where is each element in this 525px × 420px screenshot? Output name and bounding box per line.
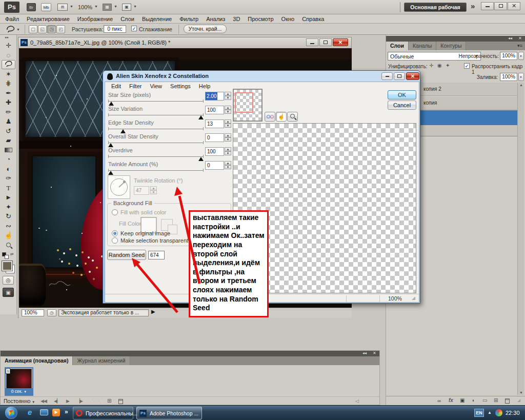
lasso-tool[interactable] bbox=[2, 60, 15, 69]
slider-track[interactable] bbox=[108, 115, 204, 115]
orbit-3d-tool[interactable]: ∾ bbox=[2, 222, 15, 231]
preview-zoom-button[interactable] bbox=[287, 112, 298, 122]
screen-mode-icon[interactable]: ▣ bbox=[122, 4, 131, 11]
dock-close-icon[interactable]: ✕ bbox=[518, 36, 522, 41]
document-zoom-field[interactable]: 100% bbox=[22, 309, 44, 316]
path-selection-tool[interactable]: ▶ bbox=[2, 193, 15, 202]
tab-measurement-log[interactable]: Журнал измерений bbox=[73, 356, 130, 365]
crop-tool[interactable]: ⋕ bbox=[2, 79, 15, 88]
delete-layer-icon[interactable] bbox=[505, 398, 510, 404]
magic-wand-tool[interactable]: ✶ bbox=[2, 70, 15, 79]
menu-image[interactable]: Изображение bbox=[77, 16, 113, 22]
slider-thumb[interactable] bbox=[108, 143, 113, 147]
menu-help[interactable]: Справка bbox=[302, 16, 324, 22]
slider-spinner[interactable]: ▲▼ bbox=[225, 133, 231, 142]
dialog-zoom-level[interactable]: 100% bbox=[388, 295, 402, 302]
gradient-tool[interactable] bbox=[2, 146, 15, 155]
twinkle-rotation-dial[interactable] bbox=[108, 175, 130, 199]
slider-thumb[interactable] bbox=[109, 102, 114, 106]
dialog-menu-filter[interactable]: Filter bbox=[129, 83, 142, 91]
slider-thumb[interactable] bbox=[198, 157, 204, 161]
minibridge-button[interactable]: Mb bbox=[41, 3, 51, 11]
panel-menu-icon[interactable]: ▾≡ bbox=[517, 43, 522, 48]
panel-collapse-icon[interactable]: ◂◂ bbox=[362, 351, 367, 355]
screen-mode-button[interactable]: ▣ bbox=[3, 288, 14, 297]
slider-value-field[interactable]: 13 bbox=[205, 119, 224, 128]
task-button-photoshop[interactable]: Ps Adobe Photoshop ... bbox=[136, 407, 202, 419]
tab-paths[interactable]: Контуры bbox=[436, 42, 466, 50]
radio-selection-transparent[interactable] bbox=[112, 237, 118, 244]
zoom-tool[interactable] bbox=[2, 241, 15, 250]
blur-tool[interactable]: ◔ bbox=[2, 155, 15, 164]
preview-compare-button[interactable] bbox=[265, 112, 275, 122]
menu-analysis[interactable]: Анализ bbox=[206, 16, 225, 22]
tray-expand-icon[interactable]: ▲ bbox=[488, 410, 492, 415]
propagate-checkbox[interactable]: ✓ bbox=[464, 63, 470, 69]
layer-mask-icon[interactable]: ▣ bbox=[460, 397, 465, 403]
slider-track[interactable] bbox=[108, 143, 204, 143]
layer-style-icon[interactable]: fx bbox=[449, 397, 453, 403]
dialog-menu-edit[interactable]: Edit bbox=[111, 83, 121, 91]
panel-close-icon[interactable]: ✕ bbox=[373, 351, 376, 355]
hand-tool[interactable]: ☝ bbox=[2, 231, 15, 240]
arrange-dropdown-arrow[interactable]: ▼ bbox=[114, 5, 117, 8]
slider-spinner[interactable]: ▲▼ bbox=[225, 119, 231, 128]
new-frame-icon[interactable]: ⊞ bbox=[107, 398, 111, 404]
dock-collapse-icon[interactable]: ◂◂ bbox=[508, 36, 512, 41]
slider-value-field[interactable]: 2.00 bbox=[205, 92, 224, 101]
frame-delay[interactable]: 0 сек. ▼ bbox=[6, 388, 32, 395]
tool-preset-arrow[interactable]: ▼ bbox=[16, 28, 20, 31]
menu-filter[interactable]: Фильтр bbox=[179, 16, 198, 22]
workspace-overflow-chevron[interactable]: » bbox=[471, 2, 475, 10]
tray-language-indicator[interactable]: EN bbox=[474, 409, 484, 417]
app-close-button[interactable]: ✕ bbox=[508, 2, 520, 10]
clone-stamp-tool[interactable]: ♟ bbox=[2, 117, 15, 126]
play-icon[interactable]: ▶ bbox=[66, 398, 69, 404]
scroll-left-icon[interactable]: ◁ bbox=[355, 398, 358, 404]
shape-tool[interactable]: ✦ bbox=[2, 203, 15, 212]
arrange-documents-icon[interactable]: ▦ bbox=[103, 4, 112, 11]
ie-icon[interactable]: e bbox=[28, 408, 32, 416]
zoom-level[interactable]: 100% bbox=[78, 4, 92, 10]
pen-tool[interactable]: ✑ bbox=[2, 174, 15, 183]
eraser-tool[interactable]: ▰ bbox=[2, 136, 15, 145]
feather-input[interactable]: 0 пикс bbox=[104, 25, 126, 33]
document-title-bar[interactable]: Ps 0_79a85_85b71a7e_XL.jpg @ 100% (Слой … bbox=[18, 37, 351, 48]
adjustment-layer-icon[interactable]: ◑ bbox=[471, 397, 474, 403]
menu-layers[interactable]: Слои bbox=[120, 16, 134, 22]
menu-view[interactable]: Просмотр bbox=[248, 16, 273, 22]
ok-button[interactable]: OK bbox=[388, 90, 416, 99]
loop-mode-select[interactable]: Постоянно ▼ bbox=[4, 398, 35, 404]
lasso-tool-icon[interactable] bbox=[5, 25, 15, 34]
opacity-field[interactable]: 100% bbox=[500, 52, 517, 60]
fill-slider-arrow[interactable]: ▸ bbox=[518, 73, 524, 81]
dialog-menu-view[interactable]: View bbox=[150, 83, 162, 91]
scroll-down-icon[interactable]: ▼ bbox=[519, 391, 523, 394]
preview-view-rect[interactable] bbox=[235, 92, 253, 113]
first-frame-icon[interactable]: ◀◀ bbox=[41, 398, 47, 404]
slider-spinner[interactable]: ▲▼ bbox=[225, 92, 231, 101]
menu-window[interactable]: Окно bbox=[281, 16, 295, 22]
tray-app-icon[interactable] bbox=[495, 409, 502, 416]
next-frame-icon[interactable]: ▕▶ bbox=[76, 398, 83, 404]
menu-select[interactable]: Выделение bbox=[142, 16, 172, 22]
dialog-minimize-button[interactable] bbox=[381, 72, 393, 80]
unify-visibility-icon[interactable]: ◉ bbox=[437, 63, 442, 68]
fill-field[interactable]: 100% bbox=[500, 73, 517, 81]
history-brush-tool[interactable]: ↺ bbox=[2, 127, 15, 136]
document-restore-button[interactable] bbox=[319, 38, 332, 46]
slider-value-field[interactable]: 100 bbox=[205, 147, 224, 156]
workspace-button[interactable]: Основная рабочая среда bbox=[404, 3, 467, 12]
slider-spinner[interactable]: ▲▼ bbox=[225, 147, 231, 156]
random-seed-button[interactable]: Random Seed bbox=[107, 250, 146, 260]
quick-mask-button[interactable]: ◎ bbox=[3, 276, 14, 285]
tab-channels[interactable]: Каналы bbox=[409, 42, 436, 50]
slider-track[interactable] bbox=[108, 101, 204, 102]
rulers-icon[interactable]: ▤ bbox=[57, 4, 68, 11]
dialog-menu-settings[interactable]: Settings bbox=[170, 83, 191, 91]
zoom-dropdown-arrow[interactable]: ▼ bbox=[94, 5, 98, 8]
selection-mode-new[interactable]: ▢ bbox=[29, 25, 37, 33]
slider-thumb[interactable] bbox=[120, 129, 126, 133]
slider-spinner[interactable]: ▲▼ bbox=[225, 106, 231, 114]
slider-track[interactable] bbox=[108, 156, 204, 157]
